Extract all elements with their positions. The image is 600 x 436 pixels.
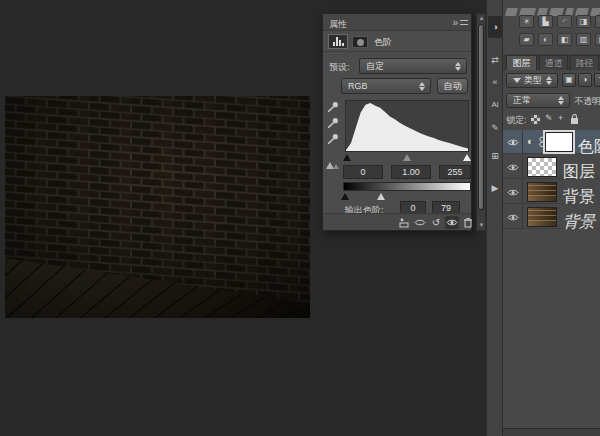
preset-label: 预设: (329, 61, 350, 74)
layer-thumbnail[interactable] (527, 182, 557, 202)
scroll-down-icon[interactable]: ▼ (478, 222, 485, 229)
filter-funnel-icon (513, 78, 521, 83)
lock-all-icon[interactable] (571, 118, 578, 124)
dock-properties-icon[interactable]: ◑ (488, 16, 502, 38)
layer-visibility-toggle[interactable] (503, 205, 523, 229)
layers-panel-footer (503, 428, 600, 436)
adjustment-name: 色阶 (374, 36, 392, 49)
filter-pixel-icon[interactable]: ▣ (562, 73, 576, 87)
vibrance-icon[interactable]: ▽ (595, 15, 600, 28)
gray-point-eyedropper-icon[interactable] (326, 117, 339, 130)
dock-type-icon[interactable]: Ai (488, 96, 502, 112)
black-point-eyedropper-icon[interactable] (326, 101, 339, 114)
channel-value: RGB (348, 81, 368, 91)
lock-row: 锁定: ✎ + (503, 112, 600, 128)
properties-scrollbar[interactable]: ▲ ▼ (476, 13, 486, 231)
layer-row-bg-copy2[interactable]: 背景 副本 2 (503, 180, 600, 204)
exposure-icon[interactable]: ◨ (576, 15, 591, 28)
opacity-label: 不透明度 (574, 95, 600, 108)
auto-button[interactable]: 自动 (437, 78, 468, 94)
lock-move-icon[interactable]: + (558, 113, 563, 123)
kind-filter-value: 类型 (524, 75, 542, 85)
blend-row: 正常 不透明度 (503, 93, 600, 111)
brightness-contrast-icon[interactable]: ☀ (519, 15, 534, 28)
filter-adjustment-icon[interactable]: ◑ (578, 73, 592, 87)
layer-mask-thumbnail[interactable] (545, 132, 573, 152)
dock-play-icon[interactable]: ▶ (488, 180, 502, 196)
layer-thumbnail[interactable] (527, 207, 557, 227)
combo-arrows-icon (546, 75, 553, 86)
layer-row-levels[interactable]: ◐ 色阶 1 (503, 130, 600, 154)
kind-filter-select[interactable]: 类型 (506, 73, 558, 88)
layer-name[interactable]: 背景 (563, 212, 595, 233)
channel-select[interactable]: RGB (341, 78, 431, 94)
tab-layers[interactable]: 图层 (506, 55, 537, 70)
histogram-refresh-icon[interactable] (325, 160, 340, 170)
document-image (5, 96, 310, 318)
clip-to-layer-icon[interactable] (397, 216, 411, 229)
combo-arrows-icon (419, 81, 426, 92)
preset-value: 自定 (366, 61, 384, 71)
output-gradient-bar (343, 182, 471, 191)
filter-row: 类型 ▣ ◑ T (503, 73, 600, 91)
layer-row-background[interactable]: 背景 (503, 205, 600, 229)
previous-state-eye-icon[interactable] (413, 216, 427, 229)
panel-dock: ◑ ⇄ « Ai ✎ ⊞ ▶ (486, 0, 503, 436)
levels-adjustment-icon: ◐ (527, 136, 534, 147)
levels-icon[interactable]: ▙ (538, 15, 553, 28)
preset-select[interactable]: 自定 (359, 58, 467, 74)
levels-histogram (345, 100, 469, 152)
input-black-slider[interactable] (343, 154, 351, 161)
black-white-icon[interactable]: ◧ (557, 33, 572, 46)
properties-titlebar: 属性 » (323, 14, 471, 31)
adjustment-type-bar: 色阶 (323, 31, 471, 52)
visibility-eye-icon[interactable] (445, 216, 459, 229)
photoshop-workspace: 属性 » 色阶 预设: 自定 RGB 自动 (0, 0, 600, 436)
input-black-field[interactable] (343, 165, 383, 179)
combo-arrows-icon (455, 61, 462, 72)
hue-saturation-icon[interactable]: ▰ (519, 33, 534, 46)
delete-adjustment-icon[interactable] (461, 216, 475, 229)
lock-label: 锁定: (506, 114, 527, 127)
dock-library-icon[interactable]: ⊞ (488, 148, 502, 164)
curves-icon[interactable]: ◜ (557, 15, 572, 28)
properties-footer: ↺ (323, 213, 471, 230)
layer-visibility-toggle[interactable] (503, 155, 523, 179)
mask-icon[interactable] (352, 36, 368, 48)
scrollbar-thumb[interactable] (478, 24, 484, 210)
photo-filter-icon[interactable]: ▥ (576, 33, 591, 46)
lock-paint-icon[interactable]: ✎ (545, 113, 553, 123)
dock-swap-icon[interactable]: ⇄ (488, 52, 502, 68)
filter-type-icon[interactable]: T (594, 73, 600, 87)
layer-visibility-toggle[interactable] (503, 130, 523, 154)
color-balance-icon[interactable]: ◐ (538, 33, 553, 46)
dock-collapse-icon[interactable]: « (488, 74, 502, 90)
reset-icon[interactable]: ↺ (429, 216, 443, 229)
output-white-slider[interactable] (377, 193, 385, 200)
dock-brush-icon[interactable]: ✎ (488, 120, 502, 136)
input-gamma-slider[interactable] (403, 154, 411, 161)
properties-title: 属性 (329, 18, 347, 31)
properties-panel: 属性 » 色阶 预设: 自定 RGB 自动 (322, 13, 472, 231)
lock-transparent-icon[interactable] (531, 115, 540, 124)
panel-tabs: 图层 通道 路径 (503, 54, 600, 70)
levels-histogram-icon[interactable] (328, 34, 348, 49)
blend-mode-select[interactable]: 正常 (506, 93, 570, 108)
tab-channels[interactable]: 通道 (539, 55, 568, 70)
layer-thumbnail[interactable] (527, 157, 557, 177)
input-gamma-field[interactable] (391, 165, 431, 179)
blend-mode-value: 正常 (513, 95, 531, 105)
tab-paths[interactable]: 路径 (570, 55, 599, 70)
scroll-up-icon[interactable]: ▲ (478, 15, 485, 22)
watermark (506, 2, 600, 11)
layers-panel-group: ☀ ▙ ◜ ◨ ▽ ▰ ◐ ◧ ▥ ▨ 图层 通道 路径 类型 ▣ ◑ T (503, 0, 600, 436)
channel-mixer-icon[interactable]: ▨ (595, 33, 600, 46)
panel-menu-icon[interactable] (460, 20, 468, 25)
output-black-slider[interactable] (341, 193, 349, 200)
layer-visibility-toggle[interactable] (503, 180, 523, 204)
input-white-slider[interactable] (463, 154, 471, 161)
input-white-field[interactable] (439, 165, 471, 179)
layer-row-layer3[interactable]: 图层 3 (503, 155, 600, 179)
white-point-eyedropper-icon[interactable] (326, 133, 339, 146)
collapse-panel-icon[interactable]: » (452, 17, 457, 28)
